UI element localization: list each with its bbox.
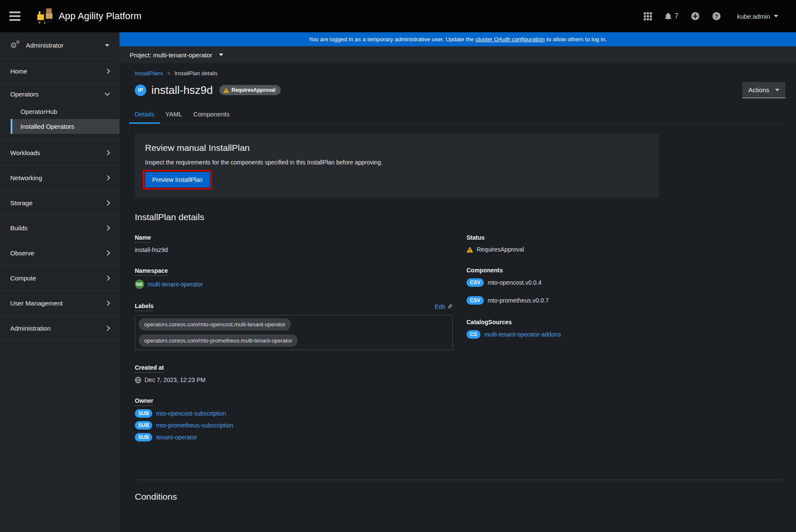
name-label: Name xyxy=(135,234,151,243)
warning-icon xyxy=(223,88,229,93)
breadcrumb: InstallPlans > InstallPlan details xyxy=(135,70,785,76)
tab-yaml[interactable]: YAML xyxy=(160,107,188,124)
chevron-right-icon xyxy=(105,250,110,256)
main-content: You are logged in as a temporary adminis… xyxy=(119,32,796,532)
sidebar-item-workloads[interactable]: Workloads xyxy=(0,140,119,165)
catalogsources-field: CatalogSources CS multi-tenant-operator-… xyxy=(466,318,785,339)
conditions-heading: Conditions xyxy=(135,492,785,502)
name-field: Name install-hsz9d xyxy=(135,234,453,253)
label-chip[interactable]: operators.coreos.com/mto-prometheus.mult… xyxy=(139,334,298,347)
subscription-resource-badge: SUB xyxy=(135,409,152,418)
status-badge: RequiresApproval xyxy=(219,85,281,95)
help-icon[interactable]: ? xyxy=(712,12,721,20)
chevron-right-icon xyxy=(105,175,110,181)
sidebar-item-builds[interactable]: Builds xyxy=(0,215,119,240)
tab-components[interactable]: Components xyxy=(188,107,235,124)
component-row: CSV mto-prometheus.v0.0.7 xyxy=(466,296,785,305)
sidebar-item-compute[interactable]: Compute xyxy=(0,266,119,290)
import-plus-icon[interactable] xyxy=(691,12,699,20)
chevron-down-icon xyxy=(219,54,223,56)
brand-logo[interactable]: App Agility Platform xyxy=(35,7,142,25)
oauth-configuration-link[interactable]: cluster OAuth configuration xyxy=(475,36,545,42)
chevron-right-icon xyxy=(105,275,110,281)
owner-link[interactable]: tenant-operator xyxy=(156,434,197,441)
actions-button[interactable]: Actions xyxy=(742,82,785,98)
owner-link[interactable]: mto-opencost-subscription xyxy=(156,410,226,417)
chevron-right-icon xyxy=(105,325,110,331)
sidebar-item-label: Compute xyxy=(10,274,36,282)
installplan-resource-badge: IP xyxy=(135,85,146,96)
labels-label: Labels xyxy=(135,303,154,311)
chevron-right-icon xyxy=(105,225,110,231)
sidebar-item-label: Operators xyxy=(10,91,39,98)
label-chip[interactable]: operators.coreos.com/mto-opencost.multi-… xyxy=(139,318,291,331)
tab-bar: Details YAML Components xyxy=(129,107,785,124)
status-field: Status RequiresApproval xyxy=(466,234,785,253)
sidebar-item-operators[interactable]: Operators xyxy=(0,84,119,104)
review-card-description: Inspect the requirements for the compone… xyxy=(145,159,649,166)
project-selector-label: Project: multi-tenant-operator xyxy=(130,51,212,59)
masthead: App Agility Platform 7 xyxy=(0,0,796,32)
globe-icon xyxy=(135,377,141,383)
catalogsource-link[interactable]: multi-tenant-operator-addons xyxy=(484,331,561,338)
created-at-label: Created at xyxy=(135,364,164,373)
labels-edit-button[interactable]: Edit ✎ xyxy=(435,303,453,311)
sidebar-item-label: OperatorHub xyxy=(20,108,57,115)
created-at-value: Dec 7, 2023, 12:23 PM xyxy=(145,376,205,383)
namespace-label: Namespace xyxy=(135,267,168,276)
owner-row: SUB mto-prometheus-subscription xyxy=(135,421,453,430)
component-row: CSV mto-opencost.v0.0.4 xyxy=(466,278,785,287)
sidebar-item-label: Observe xyxy=(10,249,34,257)
sidebar-item-label: Networking xyxy=(10,174,42,181)
breadcrumb-current: InstallPlan details xyxy=(175,70,218,76)
app-launcher-icon[interactable] xyxy=(644,12,652,20)
notification-count: 7 xyxy=(675,12,679,20)
created-at-field: Created at Dec 7, 2023, 12:23 PM xyxy=(135,364,453,383)
chevron-down-icon xyxy=(105,91,110,96)
sidebar: ⚙⚙ Administrator Home Operators Operator… xyxy=(0,32,119,532)
namespace-resource-badge: NS xyxy=(135,280,144,289)
preview-installplan-button[interactable]: Preview InstallPlan xyxy=(145,172,210,187)
warning-icon xyxy=(466,246,473,253)
chevron-right-icon xyxy=(105,200,110,206)
sidebar-item-label: Home xyxy=(10,68,27,75)
username: kube:admin xyxy=(737,13,770,20)
components-label: Components xyxy=(466,267,503,275)
project-selector[interactable]: Project: multi-tenant-operator xyxy=(119,46,796,64)
sidebar-item-label: Installed Operators xyxy=(20,123,74,130)
sidebar-item-operatorhub[interactable]: OperatorHub xyxy=(11,104,119,119)
chevron-right-icon xyxy=(105,68,110,74)
components-field: Components CSV mto-opencost.v0.0.4 CSV m… xyxy=(466,266,785,305)
subscription-resource-badge: SUB xyxy=(135,421,152,430)
tab-details[interactable]: Details xyxy=(129,107,160,124)
nav-toggle-icon[interactable] xyxy=(9,11,20,21)
user-menu[interactable]: kube:admin xyxy=(737,13,778,20)
sidebar-item-home[interactable]: Home xyxy=(0,59,119,83)
chevron-right-icon xyxy=(105,300,110,306)
sidebar-item-installed-operators[interactable]: Installed Operators xyxy=(11,119,119,134)
catalogsource-row: CS multi-tenant-operator-addons xyxy=(466,330,785,339)
namespace-link[interactable]: multi-tenant-operator xyxy=(148,281,203,288)
perspective-switcher[interactable]: ⚙⚙ Administrator xyxy=(0,32,119,59)
sidebar-item-networking[interactable]: Networking xyxy=(0,165,119,190)
cogs-icon: ⚙⚙ xyxy=(10,42,20,49)
admin-user-banner: You are logged in as a temporary adminis… xyxy=(119,32,796,46)
notifications-button[interactable]: 7 xyxy=(665,12,679,20)
page-header: InstallPlans > InstallPlan details IP in… xyxy=(119,64,796,124)
name-value: install-hsz9d xyxy=(135,246,453,253)
sidebar-item-observe[interactable]: Observe xyxy=(0,241,119,265)
owner-link[interactable]: mto-prometheus-subscription xyxy=(156,422,233,429)
csv-resource-badge: CSV xyxy=(466,296,484,305)
sidebar-item-label: User Management xyxy=(10,300,63,307)
breadcrumb-installplans-link[interactable]: InstallPlans xyxy=(135,70,163,76)
sidebar-item-administration[interactable]: Administration xyxy=(0,316,119,340)
sidebar-item-storage[interactable]: Storage xyxy=(0,190,119,215)
sidebar-item-label: Builds xyxy=(10,224,28,232)
subscription-resource-badge: SUB xyxy=(135,433,152,441)
csv-resource-badge: CSV xyxy=(466,278,484,287)
sidebar-item-user-management[interactable]: User Management xyxy=(0,291,119,315)
labels-list: operators.coreos.com/mto-opencost.multi-… xyxy=(135,315,453,350)
installplan-details-heading: InstallPlan details xyxy=(135,212,785,222)
status-badge-label: RequiresApproval xyxy=(232,87,276,93)
owner-field: Owner SUB mto-opencost-subscription SUB … xyxy=(135,397,453,441)
